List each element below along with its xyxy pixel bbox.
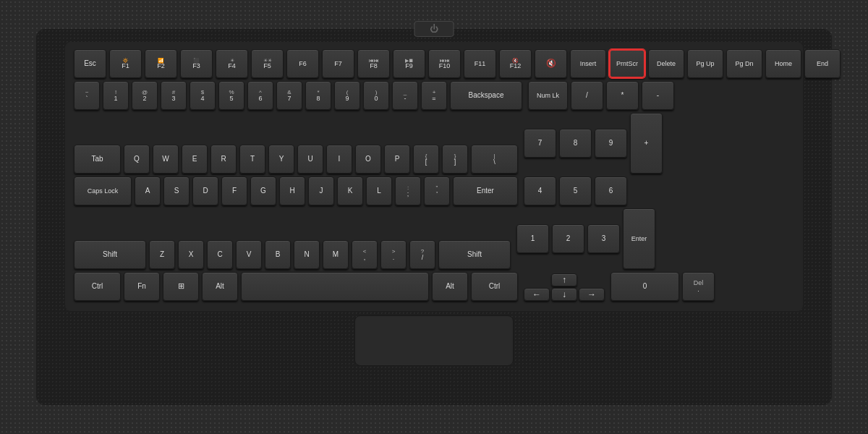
key-num-plus[interactable]: + <box>630 113 663 174</box>
key-d[interactable]: D <box>192 176 218 205</box>
key-printscreen[interactable]: PrntScr <box>609 49 645 78</box>
key-left[interactable]: ← <box>524 288 550 301</box>
key-rctrl[interactable]: Ctrl <box>471 272 518 301</box>
key-period[interactable]: >. <box>380 240 407 269</box>
key-z[interactable]: Z <box>149 240 175 269</box>
key-j[interactable]: J <box>308 176 334 205</box>
key-f12[interactable]: 🔇F12 <box>499 49 532 78</box>
key-n[interactable]: N <box>294 240 320 269</box>
key-tab[interactable]: Tab <box>74 145 121 174</box>
key-0[interactable]: )0 <box>363 81 389 110</box>
key-esc[interactable]: Esc <box>74 49 106 78</box>
key-v[interactable]: V <box>236 240 262 269</box>
key-enter[interactable]: Enter <box>453 176 518 205</box>
key-pgdn[interactable]: Pg Dn <box>726 49 762 78</box>
key-7[interactable]: &7 <box>276 81 302 110</box>
key-lctrl[interactable]: Ctrl <box>74 272 121 301</box>
key-2[interactable]: @2 <box>132 81 158 110</box>
key-delete[interactable]: Delete <box>648 49 684 78</box>
key-num-dot[interactable]: Del. <box>682 272 715 301</box>
key-p[interactable]: P <box>384 145 410 174</box>
key-f9[interactable]: ▶⏹F9 <box>393 49 425 78</box>
key-lalt[interactable]: Alt <box>202 272 238 301</box>
key-g[interactable]: G <box>250 176 276 205</box>
key-5[interactable]: %5 <box>218 81 244 110</box>
key-ralt[interactable]: Alt <box>432 272 468 301</box>
key-num-2[interactable]: 2 <box>552 224 584 253</box>
key-num-minus[interactable]: - <box>642 81 674 110</box>
trackpad[interactable] <box>354 315 514 366</box>
key-f7[interactable]: F7 <box>322 49 354 78</box>
key-end[interactable]: End <box>804 49 841 78</box>
key-win[interactable]: ⊞ <box>163 272 199 301</box>
key-s[interactable]: S <box>163 176 190 205</box>
key-b[interactable]: B <box>265 240 291 269</box>
key-down[interactable]: ↓ <box>551 288 577 301</box>
key-rbracket[interactable]: }] <box>442 145 468 174</box>
key-y[interactable]: Y <box>268 145 294 174</box>
key-num-5[interactable]: 5 <box>559 176 592 205</box>
key-f[interactable]: F <box>221 176 247 205</box>
key-1[interactable]: !1 <box>103 81 129 110</box>
key-pgup[interactable]: Pg Up <box>687 49 723 78</box>
key-num-9[interactable]: 9 <box>595 129 627 158</box>
key-q[interactable]: Q <box>124 145 150 174</box>
key-tilde[interactable]: ~` <box>74 81 100 110</box>
key-f10[interactable]: ⏭⏭F10 <box>428 49 461 78</box>
key-k[interactable]: K <box>337 176 363 205</box>
key-i[interactable]: I <box>326 145 352 174</box>
key-semicolon[interactable]: :; <box>395 176 421 205</box>
key-num-4[interactable]: 4 <box>524 176 556 205</box>
key-plus[interactable]: += <box>421 81 447 110</box>
key-u[interactable]: U <box>297 145 323 174</box>
key-quote[interactable]: "' <box>424 176 450 205</box>
key-right[interactable]: → <box>579 288 605 301</box>
key-num-enter[interactable]: Enter <box>623 208 655 269</box>
key-3[interactable]: #3 <box>161 81 187 110</box>
key-r[interactable]: R <box>210 145 237 174</box>
key-num-6[interactable]: 6 <box>595 176 627 205</box>
key-num-7[interactable]: 7 <box>524 129 556 158</box>
key-num-asterisk[interactable]: * <box>606 81 639 110</box>
key-f6[interactable]: F6 <box>286 49 319 78</box>
key-f1[interactable]: 🔅F1 <box>109 49 142 78</box>
key-insert[interactable]: Insert <box>570 49 606 78</box>
key-f4[interactable]: ☀F4 <box>216 49 248 78</box>
key-h[interactable]: H <box>279 176 305 205</box>
key-4[interactable]: $4 <box>190 81 216 110</box>
key-capslock[interactable]: Caps Lock <box>74 176 132 205</box>
key-x[interactable]: X <box>178 240 204 269</box>
key-home[interactable]: Home <box>765 49 801 78</box>
key-minus[interactable]: _- <box>392 81 418 110</box>
power-button[interactable] <box>414 21 454 37</box>
key-t[interactable]: T <box>239 145 265 174</box>
key-fn[interactable]: Fn <box>124 272 160 301</box>
key-num-8[interactable]: 8 <box>559 129 592 158</box>
key-f3[interactable]: ⬛F3 <box>180 49 213 78</box>
key-space[interactable] <box>241 272 429 301</box>
key-numlk[interactable]: Num Lk <box>528 81 568 110</box>
key-num-slash[interactable]: / <box>571 81 603 110</box>
key-lbracket[interactable]: {[ <box>413 145 439 174</box>
key-rshift[interactable]: Shift <box>438 240 511 269</box>
key-e[interactable]: E <box>182 145 208 174</box>
key-8[interactable]: *8 <box>305 81 331 110</box>
key-a[interactable]: A <box>135 176 161 205</box>
key-m[interactable]: M <box>323 240 349 269</box>
key-num-3[interactable]: 3 <box>587 224 620 253</box>
key-f11[interactable]: F11 <box>464 49 496 78</box>
key-f2[interactable]: 📶F2 <box>145 49 177 78</box>
key-num-1[interactable]: 1 <box>516 224 549 253</box>
key-l[interactable]: L <box>366 176 392 205</box>
key-6[interactable]: ^6 <box>247 81 273 110</box>
key-w[interactable]: W <box>153 145 179 174</box>
key-f5[interactable]: ☀☀F5 <box>251 49 284 78</box>
key-slash[interactable]: ?/ <box>409 240 435 269</box>
key-lshift[interactable]: Shift <box>74 240 146 269</box>
key-backslash[interactable]: |\ <box>471 145 518 174</box>
key-backspace[interactable]: Backspace <box>450 81 522 110</box>
key-comma[interactable]: <, <box>352 240 378 269</box>
key-mute[interactable]: 🔇 <box>535 49 567 78</box>
key-o[interactable]: O <box>355 145 381 174</box>
key-9[interactable]: (9 <box>334 81 360 110</box>
